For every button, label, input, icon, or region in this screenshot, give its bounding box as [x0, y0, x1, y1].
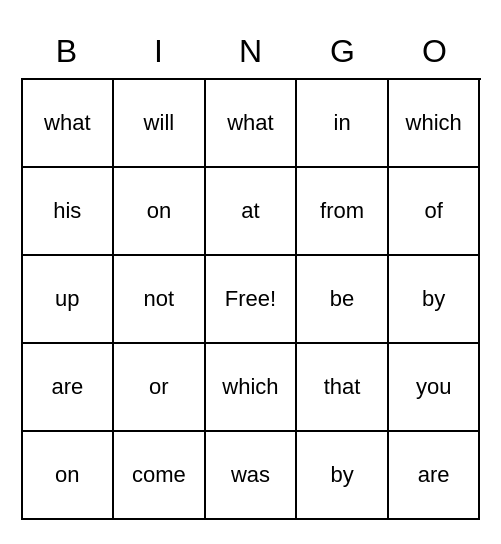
cell-2-4: by — [389, 256, 481, 344]
cell-4-1: come — [114, 432, 206, 520]
header-i: I — [113, 25, 205, 78]
bingo-row: areorwhichthatyou — [23, 344, 481, 432]
cell-2-2: Free! — [206, 256, 298, 344]
header-n: N — [205, 25, 297, 78]
bingo-row: whatwillwhatinwhich — [23, 80, 481, 168]
cell-1-4: of — [389, 168, 481, 256]
cell-3-4: you — [389, 344, 481, 432]
bingo-row: hisonatfromof — [23, 168, 481, 256]
bingo-row: oncomewasbyare — [23, 432, 481, 520]
header-g: G — [297, 25, 389, 78]
cell-0-1: will — [114, 80, 206, 168]
cell-0-2: what — [206, 80, 298, 168]
cell-2-1: not — [114, 256, 206, 344]
cell-1-1: on — [114, 168, 206, 256]
cell-3-0: are — [23, 344, 115, 432]
bingo-grid: whatwillwhatinwhichhisonatfromofupnotFre… — [21, 78, 481, 520]
cell-1-0: his — [23, 168, 115, 256]
cell-4-2: was — [206, 432, 298, 520]
cell-4-3: by — [297, 432, 389, 520]
cell-0-0: what — [23, 80, 115, 168]
cell-3-3: that — [297, 344, 389, 432]
bingo-header: B I N G O — [21, 25, 481, 78]
cell-0-4: which — [389, 80, 481, 168]
cell-2-0: up — [23, 256, 115, 344]
cell-2-3: be — [297, 256, 389, 344]
cell-3-1: or — [114, 344, 206, 432]
cell-3-2: which — [206, 344, 298, 432]
cell-1-2: at — [206, 168, 298, 256]
cell-1-3: from — [297, 168, 389, 256]
header-o: O — [389, 25, 481, 78]
header-b: B — [21, 25, 113, 78]
cell-4-0: on — [23, 432, 115, 520]
cell-4-4: are — [389, 432, 481, 520]
bingo-card: B I N G O whatwillwhatinwhichhisonatfrom… — [21, 25, 481, 520]
cell-0-3: in — [297, 80, 389, 168]
bingo-row: upnotFree!beby — [23, 256, 481, 344]
